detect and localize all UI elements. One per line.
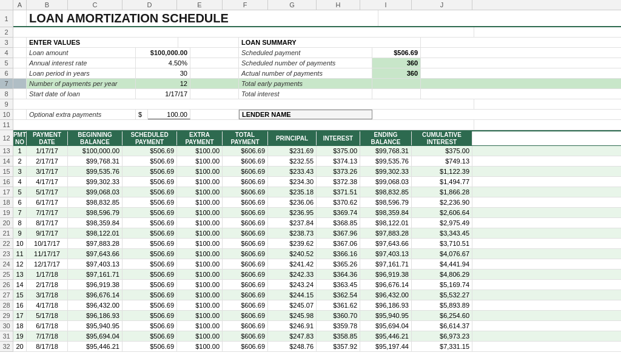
table-cell: 6 [13,197,27,207]
row-header-18: 18 [0,197,13,208]
table-cell: 14 [13,280,27,290]
table-cell: 1/17/18 [27,270,68,279]
table-cell: $241.42 [268,259,317,269]
period-label: Loan period in years [27,68,136,78]
table-cell: 10 [13,239,27,248]
scheduled-num-label: Scheduled number of payments [239,58,372,68]
cell-row9 [13,99,474,109]
table-cell: $506.69 [123,228,177,238]
table-cell: 19 [13,331,27,341]
table-row: 22/17/17$99,768.31$506.69$100.00$606.69$… [13,156,621,167]
table-cell: $100.00 [177,259,223,269]
th-cumul-int-line2: INTEREST [427,139,457,146]
table-cell: $99,068.03 [68,187,123,197]
table-cell: 8/17/18 [27,342,68,351]
table-cell: $506.69 [123,249,177,259]
table-cell: $100.00 [177,146,223,156]
row-header-27: 27 [0,290,13,300]
spreadsheet: A B C D E F G H I J 1 2 3 4 5 6 7 8 9 10… [0,0,621,364]
col-header-i: I [360,0,412,10]
table-cell: $506.69 [123,259,177,269]
period-value: 30 [136,68,190,78]
table-cell: $95,446.21 [68,342,123,351]
table-cell: $97,643.66 [360,239,412,248]
enter-values-header: ENTER VALUES [27,38,178,47]
table-cell: $95,940.95 [360,311,412,320]
table-cell: $606.69 [223,218,268,228]
table-cell: 3/17/18 [27,290,68,300]
table-cell: 5/17/17 [27,187,68,197]
cell-row11 [13,120,474,130]
table-cell: $96,186.93 [68,311,123,320]
table-cell: 12/17/17 [27,259,68,269]
table-cell: $506.69 [123,239,177,248]
table-cell: $506.69 [123,280,177,290]
table-cell: $99,768.31 [360,146,412,156]
table-cell: $240.52 [268,249,317,259]
table-cell: $365.26 [317,259,360,269]
table-row: 197/17/18$95,694.04$506.69$100.00$606.69… [13,331,621,342]
table-cell: $100.00 [177,218,223,228]
table-cell: $100.00 [177,197,223,207]
table-cell: 4/17/17 [27,177,68,187]
row-10: Optional extra payments $ 100.00 LENDER … [13,110,621,120]
table-cell: $96,676.14 [68,290,123,300]
payments-per-year-label: Number of payments per year [27,79,136,88]
row-header-29: 29 [0,311,13,321]
table-cell: $95,940.95 [68,321,123,331]
table-cell: $1,866.28 [412,187,472,197]
table-cell: $96,432.00 [360,290,412,300]
table-cell: $360.70 [317,311,360,320]
table-row: 55/17/17$99,068.03$506.69$100.00$606.69$… [13,187,621,197]
extra-payments-value: 100.00 [148,110,190,119]
extra-payments-label: Optional extra payments [27,110,136,119]
table-cell: $231.69 [268,146,317,156]
row-header-5: 5 [0,58,13,68]
table-cell: $606.69 [223,197,268,207]
table-cell: $97,883.28 [360,228,412,238]
row-header-20: 20 [0,218,13,228]
table-cell: $2,606.64 [412,208,472,217]
table-cell: $4,441.94 [412,259,472,269]
table-cell: $606.69 [223,167,268,176]
start-date-value: 1/17/17 [136,89,190,99]
cell-a7 [13,79,27,88]
table-cell: 17 [13,311,27,320]
th-sched-pay-line1: SCHEDULED [130,131,168,139]
table-cell: $96,432.00 [68,300,123,310]
table-cell: $99,302.33 [360,167,412,176]
table-cell: $97,161.71 [360,259,412,269]
th-extra-pay-line2: PAYMENT [185,139,213,146]
col-header-b: B [27,0,68,10]
table-cell: $235.18 [268,187,317,197]
table-row: 77/17/17$98,596.79$506.69$100.00$606.69$… [13,208,621,218]
th-scheduled-payment: SCHEDULED PAYMENT [123,131,177,145]
cell-e10 [190,110,239,119]
table-cell: 3/17/17 [27,167,68,176]
table-cell: $99,535.76 [68,167,123,176]
row-6: Loan period in years 30 Actual number of… [13,68,621,79]
lender-name-label: LENDER NAME [239,110,372,119]
table-cell: $239.62 [268,239,317,248]
table-cell: $606.69 [223,187,268,197]
table-cell: 13 [13,270,27,279]
start-date-label: Start date of loan [27,89,136,99]
table-cell: $234.30 [268,177,317,187]
loan-amount-value: $100,000.00 [136,48,190,58]
table-cell: 1/17/17 [27,146,68,156]
table-cell: $95,197.44 [360,342,412,351]
table-cell: 9 [13,228,27,238]
table-cell: $506.69 [123,218,177,228]
table-cell: $506.69 [123,331,177,341]
table-row: 88/17/17$98,359.84$506.69$100.00$606.69$… [13,218,621,228]
table-cell: 7/17/18 [27,331,68,341]
table-cell: $5,169.74 [412,280,472,290]
loan-summary-header: LOAN SUMMARY [239,38,421,47]
row-header-23: 23 [0,249,13,259]
table-cell: 3 [13,167,27,176]
table-cell: $98,122.01 [360,218,412,228]
table-row: 153/17/18$96,676.14$506.69$100.00$606.69… [13,290,621,300]
row-header-1: 1 [0,10,13,27]
table-cell: $367.96 [317,228,360,238]
th-total-payment: TOTAL PAYMENT [223,131,268,145]
